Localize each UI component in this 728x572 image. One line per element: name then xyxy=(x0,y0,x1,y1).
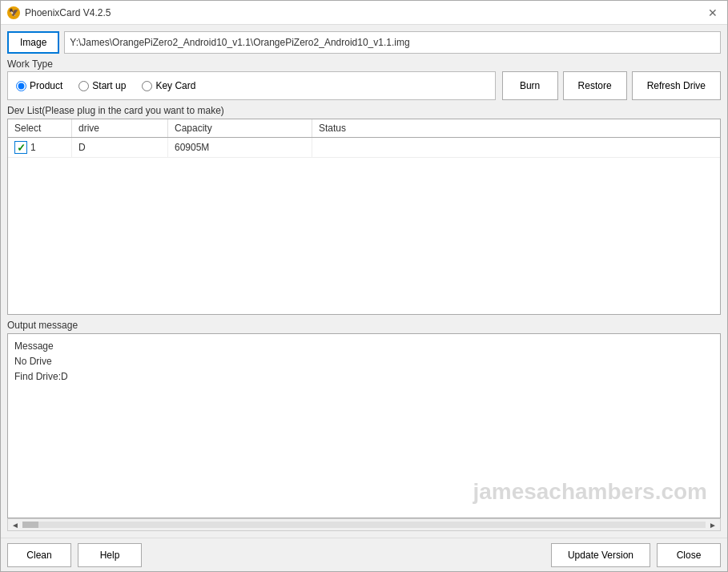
left-controls: Work Type Product Start up Key Card xyxy=(7,58,496,100)
dev-list-section: Dev List(Please plug in the card you wan… xyxy=(7,105,721,315)
main-window: 🦅 PhoenixCard V4.2.5 ✕ Image Work Type P… xyxy=(0,0,728,572)
checkbox-checked-icon[interactable]: ✓ xyxy=(14,141,27,154)
scrollbar-left-arrow[interactable]: ◄ xyxy=(10,521,21,530)
work-type-label: Work Type xyxy=(7,58,486,70)
work-type-wrapper: Work Type Product Start up Key Card xyxy=(7,58,496,100)
update-version-button[interactable]: Update Version xyxy=(551,543,650,567)
window-title: PhoenixCard V4.2.5 xyxy=(25,7,111,18)
table-header: Select drive Capacity Status xyxy=(8,119,720,138)
close-button[interactable]: Close xyxy=(657,543,721,567)
table-row: ✓ 1 D 60905M xyxy=(8,138,720,158)
top-section: Work Type Product Start up Key Card xyxy=(7,58,721,100)
title-bar-left: 🦅 PhoenixCard V4.2.5 xyxy=(7,6,111,19)
col-drive: drive xyxy=(72,119,168,137)
output-label: Output message xyxy=(7,320,721,331)
bottom-left-buttons: Clean Help xyxy=(7,543,142,567)
restore-button[interactable]: Restore xyxy=(563,71,627,100)
output-section: Output message Message No Drive Find Dri… xyxy=(7,320,721,531)
scrollbar-thumb[interactable] xyxy=(22,522,38,528)
main-content: Image Work Type Product Start up xyxy=(1,25,727,538)
output-line-2: Find Drive:D xyxy=(14,369,714,385)
work-type-container: Product Start up Key Card xyxy=(7,71,496,100)
table-body: ✓ 1 D 60905M xyxy=(8,138,720,314)
row-index: 1 xyxy=(30,142,36,153)
radio-product-label: Product xyxy=(30,80,62,91)
title-bar: 🦅 PhoenixCard V4.2.5 ✕ xyxy=(1,1,727,25)
bottom-right-buttons: Update Version Close xyxy=(551,543,721,567)
radio-product-input[interactable] xyxy=(16,81,26,91)
watermark-text: jamesachambers.com xyxy=(473,479,707,505)
td-drive: D xyxy=(72,138,168,157)
radio-startup[interactable]: Start up xyxy=(78,80,126,91)
help-button[interactable]: Help xyxy=(78,543,142,567)
radio-product[interactable]: Product xyxy=(16,80,62,91)
col-select: Select xyxy=(8,119,72,137)
scrollbar-track[interactable] xyxy=(22,522,706,528)
output-box: Message No Drive Find Drive:D jamesacham… xyxy=(7,333,721,518)
window-close-button[interactable]: ✕ xyxy=(705,5,721,21)
col-capacity: Capacity xyxy=(168,119,312,137)
image-button[interactable]: Image xyxy=(7,31,59,54)
output-line-0: Message xyxy=(14,339,714,354)
refresh-drive-button[interactable]: Refresh Drive xyxy=(632,71,721,100)
radio-startup-label: Start up xyxy=(92,80,126,91)
dev-list-label: Dev List(Please plug in the card you wan… xyxy=(7,105,721,116)
image-row: Image xyxy=(7,31,721,54)
col-status: Status xyxy=(312,119,720,137)
bottom-bar: Clean Help Update Version Close xyxy=(1,538,727,571)
td-status xyxy=(312,138,720,157)
radio-keycard[interactable]: Key Card xyxy=(142,80,195,91)
td-capacity: 60905M xyxy=(168,138,312,157)
action-buttons: Burn Restore Refresh Drive xyxy=(502,71,721,100)
td-select[interactable]: ✓ 1 xyxy=(8,138,72,157)
radio-keycard-input[interactable] xyxy=(142,81,152,91)
scrollbar-right-arrow[interactable]: ► xyxy=(707,521,718,530)
dev-list-table: Select drive Capacity Status ✓ 1 D 60905… xyxy=(7,119,721,315)
radio-startup-input[interactable] xyxy=(78,81,89,91)
clean-button[interactable]: Clean xyxy=(7,543,71,567)
output-line-1: No Drive xyxy=(14,354,714,369)
radio-keycard-label: Key Card xyxy=(155,80,195,91)
image-path-input[interactable] xyxy=(64,31,721,54)
app-icon: 🦅 xyxy=(7,6,20,19)
scrollbar-container[interactable]: ◄ ► xyxy=(7,518,721,531)
burn-button[interactable]: Burn xyxy=(502,71,558,100)
